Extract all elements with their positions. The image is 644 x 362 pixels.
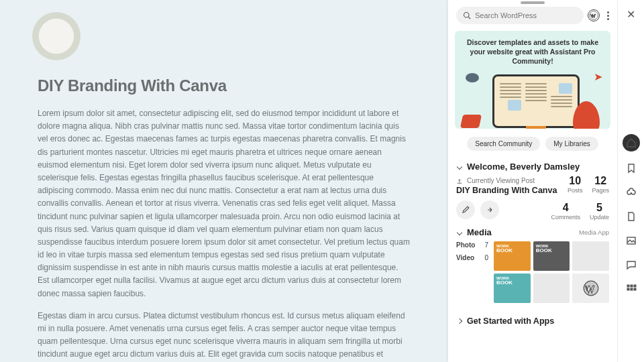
stat-pages[interactable]: 12Pages (592, 175, 609, 194)
promo-actions: Search Community My Libraries (448, 129, 617, 158)
svg-rect-8 (634, 285, 636, 287)
side-rail: ✕ (617, 0, 644, 362)
media-thumb[interactable] (533, 274, 570, 303)
bookmark-icon[interactable] (624, 161, 639, 176)
wordpress-icon[interactable] (588, 9, 600, 21)
chevron-right-icon (456, 318, 463, 324)
media-thumb[interactable] (572, 241, 609, 271)
apps-heading: Get Started with Apps (467, 316, 554, 326)
search-input[interactable]: Search WordPress (456, 7, 584, 24)
promo-text: Discover templates and assets to make yo… (462, 38, 604, 66)
comment-icon[interactable] (624, 257, 639, 272)
svg-rect-6 (627, 285, 629, 287)
media-app-link[interactable]: Media App (579, 229, 609, 236)
media-heading: Media (467, 227, 492, 237)
libraries-icon[interactable] (624, 185, 639, 200)
svg-line-2 (468, 17, 470, 19)
search-icon (463, 11, 471, 19)
media-thumb[interactable]: WORKBOOK (533, 241, 570, 271)
apps-toggle[interactable]: Get Started with Apps (456, 316, 609, 326)
media-counts: Photo7 Video0 (456, 241, 488, 303)
panel-header: Search WordPress (448, 0, 617, 31)
search-community-button[interactable]: Search Community (467, 137, 540, 151)
stats-row-1: 10Posts 12Pages (568, 175, 609, 194)
stats-row-2: 4Comments 5Update (551, 202, 609, 221)
open-button[interactable] (480, 200, 499, 219)
promo-banner[interactable]: Discover templates and assets to make yo… (455, 31, 610, 129)
assistant-panel: Search WordPress Discover templates and … (448, 0, 617, 362)
media-thumb[interactable]: WORKBOOK (494, 274, 531, 303)
media-video-count[interactable]: Video0 (456, 254, 488, 261)
media-photo-count[interactable]: Photo7 (456, 241, 488, 249)
drag-handle[interactable] (521, 1, 545, 4)
promo-illustration: ➤ (462, 70, 604, 129)
search-placeholder: Search WordPress (475, 11, 537, 19)
svg-rect-9 (627, 288, 629, 290)
svg-rect-11 (634, 288, 636, 290)
my-libraries-button[interactable]: My Libraries (545, 137, 598, 151)
close-icon[interactable]: ✕ (624, 7, 639, 21)
svg-rect-10 (631, 288, 633, 290)
media-section: Media Media App Photo7 Video0 WORKBOOK W… (448, 222, 617, 308)
edit-button[interactable] (456, 200, 475, 219)
welcome-section: Welcome, Beverly Damsley Currently Viewi… (448, 158, 617, 222)
svg-rect-5 (627, 237, 635, 244)
media-thumbnails: WORKBOOK WORKBOOK WORKBOOK (494, 241, 609, 303)
paragraph: Lorem ipsum dolor sit amet, consectetur … (38, 107, 411, 300)
wordpress-logo (32, 12, 80, 60)
stat-comments[interactable]: 4Comments (551, 202, 580, 221)
home-icon[interactable] (623, 134, 640, 152)
arrow-right-icon (486, 206, 494, 214)
welcome-toggle[interactable]: Welcome, Beverly Damsley (456, 162, 609, 172)
upload-icon (456, 178, 463, 184)
paragraph: Egestas diam in arcu cursus. Platea dict… (38, 310, 411, 362)
svg-rect-7 (631, 285, 633, 287)
stat-update[interactable]: 5Update (590, 202, 609, 221)
media-toggle[interactable]: Media (456, 227, 492, 237)
pencil-icon (462, 206, 470, 214)
apps-grid-icon[interactable] (624, 282, 639, 296)
welcome-heading: Welcome, Beverly Damsley (467, 162, 580, 172)
apps-section: Get Started with Apps (448, 308, 617, 334)
chevron-down-icon (456, 164, 463, 170)
page-title: DIY Branding With Canva (38, 76, 411, 95)
document-icon[interactable] (624, 209, 639, 224)
media-thumb[interactable]: WORKBOOK (494, 241, 531, 271)
more-menu-icon[interactable] (604, 11, 612, 20)
svg-point-0 (39, 19, 74, 54)
svg-point-1 (464, 13, 470, 18)
stat-posts[interactable]: 10Posts (568, 175, 583, 194)
page-content: DIY Branding With Canva Lorem ipsum dolo… (0, 0, 448, 362)
media-thumb[interactable] (572, 274, 609, 303)
chevron-down-icon (456, 229, 463, 236)
page-body: Lorem ipsum dolor sit amet, consectetur … (38, 107, 411, 362)
image-icon[interactable] (624, 233, 639, 248)
